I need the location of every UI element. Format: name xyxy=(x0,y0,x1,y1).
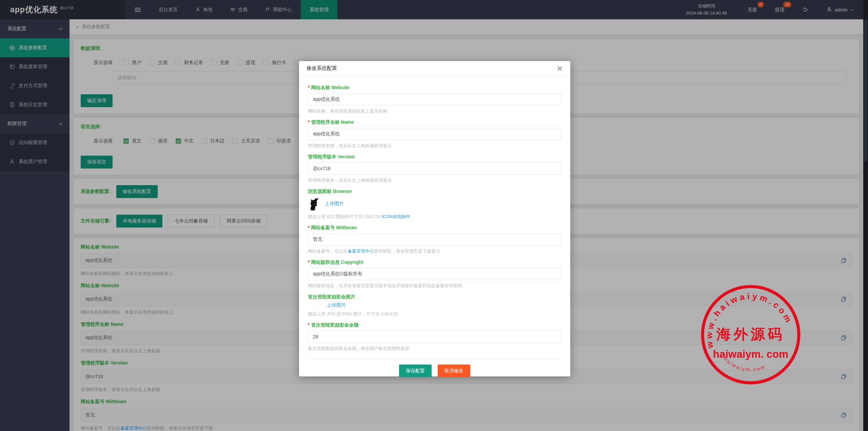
modal-field-website-name: *网站名称 Website 网站名称，将在浏览器的标签上显示名称 xyxy=(308,85,561,114)
admin-version-input[interactable] xyxy=(308,162,561,175)
website-name-input[interactable] xyxy=(308,93,561,105)
cancel-edit-button[interactable]: 取消修改 xyxy=(438,365,470,377)
modal-field-copyright: *网站版权信息 Copyright 网站版权信息，在后台登录页面显示版本信息并链… xyxy=(308,259,561,289)
modal-field-first-login-amount: *首次登陆奖励彩金金额 首次登陆奖励的彩金金额，将在用户首次登陆时发放 xyxy=(308,322,561,352)
favicon-preview-image xyxy=(308,197,319,211)
modal-body: *网站名称 Website 网站名称，将在浏览器的标签上显示名称 *管理程序名称… xyxy=(299,76,570,357)
modal-edit-system-config: 修改系统配置 *网站名称 Website 网站名称，将在浏览器的标签上显示名称 … xyxy=(299,61,570,376)
upload-favicon-link[interactable]: 上传图片 xyxy=(325,201,344,207)
modal-title: 修改系统配置 xyxy=(307,65,337,72)
modal-footer: 保存配置 取消修改 xyxy=(308,359,561,383)
modal-field-miitbeian: *网站备案号 Miitbeian 网站备案号，可以在备案管理中心查询获取，将在登… xyxy=(308,225,561,254)
modal-close-button[interactable] xyxy=(557,65,563,72)
icon-maker-link[interactable]: ICON在线制作 xyxy=(381,214,410,219)
modal-field-admin-name: *管理程序名称 Name 管理程序名称，在后台左上角标题处理显示 xyxy=(308,119,561,149)
modal-field-admin-version: 管理程序版本 Version 管理程序版本，在后台左上角标题处理显示 xyxy=(308,154,561,183)
admin-name-input[interactable] xyxy=(308,128,561,140)
modal-field-first-login-image: 首次登陆奖励彩金图片 上传图片 建议上传 JPG 或 PNG 图片，尺寸为 12… xyxy=(308,294,561,317)
copyright-input[interactable] xyxy=(308,268,561,280)
beian-center-link[interactable]: 备案管理中心 xyxy=(348,249,374,254)
modal-header: 修改系统配置 xyxy=(299,61,570,76)
bonus-amount-input[interactable] xyxy=(308,331,561,343)
upload-bonus-image-link[interactable]: 上传图片 xyxy=(327,302,346,308)
save-config-button[interactable]: 保存配置 xyxy=(399,365,432,377)
miitbeian-input[interactable] xyxy=(308,233,561,246)
close-icon xyxy=(557,66,562,71)
modal-field-browser-icon: 浏览器图标 Browser 上传图片 建议上传 ICO 图标的尺寸为 128x1… xyxy=(308,189,561,220)
